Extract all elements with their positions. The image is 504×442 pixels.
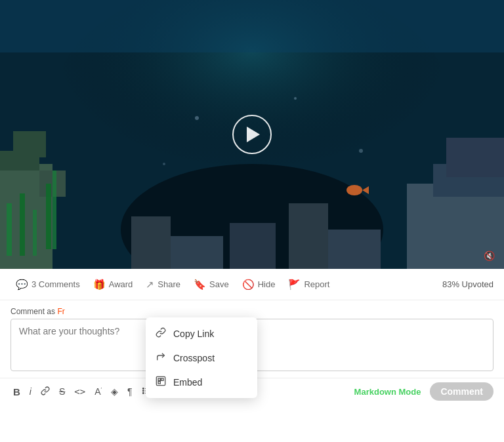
copy-link-icon (155, 327, 167, 340)
svg-point-32 (142, 390, 144, 392)
share-dropdown: Copy Link Crosspost Embed (146, 317, 257, 398)
bold-button[interactable]: B (10, 384, 23, 399)
svg-rect-2 (0, 0, 504, 52)
embed-icon (155, 376, 167, 388)
svg-point-26 (163, 163, 165, 165)
svg-rect-43 (158, 382, 160, 384)
comment-as-text: Comment as (10, 307, 55, 316)
svg-rect-16 (289, 203, 328, 269)
save-icon: 🔖 (194, 279, 206, 291)
svg-rect-5 (13, 131, 46, 157)
link-icon (41, 386, 50, 395)
play-icon (247, 127, 260, 142)
svg-point-21 (346, 185, 362, 195)
share-button[interactable]: ↗ Share (140, 275, 186, 294)
markdown-mode-toggle[interactable]: Markdown Mode (354, 387, 421, 397)
comments-button[interactable]: 💬 3 Comments (10, 275, 85, 294)
action-bar: 💬 3 Comments 🎁 Award ↗ Share 🔖 Save 🚫 Hi… (0, 269, 504, 300)
embed-label: Embed (173, 377, 202, 388)
report-button[interactable]: 🚩 Report (283, 275, 335, 294)
link-button[interactable] (38, 384, 52, 399)
award-label: Award (109, 279, 133, 289)
svg-rect-41 (158, 378, 160, 380)
svg-rect-8 (20, 193, 25, 256)
report-label: Report (304, 279, 329, 289)
svg-point-27 (359, 149, 363, 153)
spoiler-button[interactable]: ◈ (108, 384, 121, 399)
svg-rect-10 (46, 184, 51, 249)
italic-button[interactable]: i (27, 384, 34, 399)
save-label: Save (209, 279, 229, 289)
share-icon: ↗ (146, 279, 154, 291)
svg-rect-11 (52, 171, 56, 249)
save-button[interactable]: 🔖 Save (188, 275, 234, 294)
hide-label: Hide (258, 279, 276, 289)
svg-rect-42 (161, 378, 163, 380)
svg-rect-9 (33, 210, 37, 256)
award-button[interactable]: 🎁 Award (88, 275, 138, 294)
svg-rect-20 (446, 138, 504, 177)
svg-point-24 (294, 97, 297, 100)
comment-username: Fr (57, 307, 64, 316)
svg-rect-13 (131, 216, 171, 269)
code-button[interactable]: <> (72, 384, 88, 399)
upvoted-percent: 83% Upvoted (442, 279, 494, 289)
svg-point-31 (142, 388, 144, 389)
volume-icon[interactable]: 🔇 (484, 251, 495, 261)
comments-label: 3 Comments (32, 279, 80, 289)
crosspost-icon (155, 352, 167, 364)
play-button[interactable] (232, 115, 272, 154)
superscript-button[interactable]: A′ (92, 384, 104, 399)
embed-item[interactable]: Embed (146, 370, 257, 394)
crosspost-item[interactable]: Crosspost (146, 346, 257, 370)
svg-rect-15 (230, 223, 276, 269)
copy-link-item[interactable]: Copy Link (146, 321, 257, 346)
svg-point-23 (195, 116, 199, 120)
crosspost-label: Crosspost (173, 353, 215, 363)
share-label: Share (158, 279, 180, 289)
hide-button[interactable]: 🚫 Hide (237, 275, 281, 294)
hide-icon: 🚫 (242, 279, 255, 291)
copy-link-label: Copy Link (173, 329, 214, 339)
comments-icon: 💬 (16, 279, 28, 291)
award-icon: 🎁 (93, 279, 106, 291)
comment-as-label: Comment as Fr (10, 307, 494, 316)
comment-submit-button[interactable]: Comment (430, 382, 494, 401)
video-player[interactable]: 🔇 (0, 0, 504, 269)
strikethrough-button[interactable]: S (56, 384, 68, 399)
svg-rect-7 (7, 203, 12, 256)
svg-rect-17 (328, 230, 381, 269)
svg-point-33 (142, 392, 144, 393)
report-icon: 🚩 (288, 279, 301, 291)
heading-button[interactable]: ¶ (125, 384, 135, 399)
svg-rect-14 (171, 236, 223, 269)
